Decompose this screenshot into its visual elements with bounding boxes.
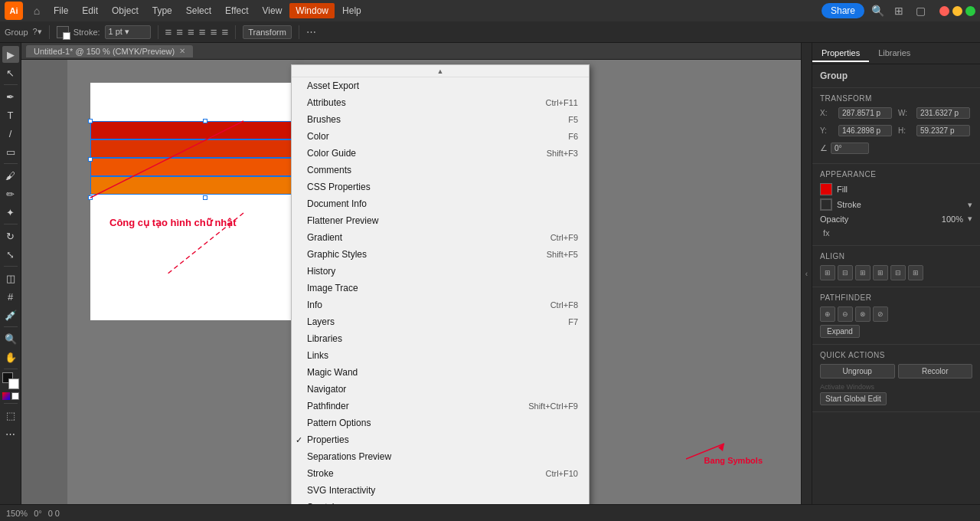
menu-image-trace[interactable]: Image Trace: [292, 280, 589, 297]
fill-stroke-swatches[interactable]: [2, 372, 19, 389]
menu-view[interactable]: View: [256, 3, 289, 18]
more-options-icon[interactable]: ⋯: [306, 26, 316, 38]
menu-links[interactable]: Links: [292, 347, 589, 364]
menu-css-properties[interactable]: CSS Properties: [292, 179, 589, 195]
menu-pattern-options[interactable]: Pattern Options: [292, 415, 589, 431]
menu-history[interactable]: History: [292, 263, 589, 280]
handle-tl[interactable]: [88, 119, 93, 123]
menu-help[interactable]: Help: [336, 3, 368, 18]
scale-tool[interactable]: ⤡: [2, 246, 19, 263]
align-bottom-edge[interactable]: ⊞: [908, 265, 923, 280]
align-center-icon[interactable]: ≡: [176, 25, 183, 38]
x-value[interactable]: 287.8571 p: [838, 107, 892, 119]
artboard-tool[interactable]: ⬚: [2, 407, 19, 424]
menu-attributes[interactable]: Attributes Ctrl+F11: [292, 94, 589, 111]
align-top-edge[interactable]: ⊞: [873, 265, 888, 280]
direct-select-tool[interactable]: ↖: [2, 64, 19, 81]
ungroup-button[interactable]: Ungroup: [820, 364, 895, 378]
align-vertical-center[interactable]: ⊟: [890, 265, 906, 280]
menu-layers[interactable]: Layers F7: [292, 313, 589, 330]
menu-stroke[interactable]: Stroke Ctrl+F10: [292, 465, 589, 482]
zoom-value[interactable]: 150%: [6, 509, 28, 518]
window-icon[interactable]: ▢: [912, 5, 929, 17]
shaper-tool[interactable]: ✦: [2, 204, 19, 221]
menu-flattener-preview[interactable]: Flattener Preview: [292, 212, 589, 229]
menu-effect[interactable]: Effect: [219, 3, 254, 18]
align-right-edge[interactable]: ⊞: [855, 265, 871, 280]
menu-graphic-styles[interactable]: Graphic Styles Shift+F5: [292, 246, 589, 263]
expand-button[interactable]: Expand: [820, 325, 860, 338]
menu-document-info[interactable]: Document Info: [292, 195, 589, 212]
exclude-icon[interactable]: ⊘: [873, 306, 888, 322]
rect-tool[interactable]: ▭: [2, 143, 19, 160]
recolor-button[interactable]: Recolor: [898, 364, 973, 378]
menu-window[interactable]: Window: [289, 3, 335, 18]
menu-type[interactable]: Type: [146, 3, 178, 18]
window-dropdown-menu[interactable]: ▲ Asset Export Attributes Ctrl+F11 Brush…: [291, 64, 590, 504]
align-right-icon[interactable]: ≡: [188, 25, 194, 38]
unite-icon[interactable]: ⊕: [820, 306, 835, 322]
fill-swatch[interactable]: [820, 183, 832, 195]
menu-navigator[interactable]: Navigator: [292, 381, 589, 398]
pen-tool[interactable]: ✒: [2, 88, 19, 105]
menu-info[interactable]: Info Ctrl+F8: [292, 297, 589, 313]
menu-edit[interactable]: Edit: [76, 3, 104, 18]
search-icon[interactable]: 🔍: [869, 5, 886, 17]
scroll-up-indicator[interactable]: ▲: [292, 65, 589, 77]
menu-file[interactable]: File: [47, 3, 74, 18]
align-horizontal-center[interactable]: ⊟: [838, 265, 853, 280]
type-tool[interactable]: T: [2, 106, 19, 123]
right-panel-collapse[interactable]: ‹: [801, 43, 812, 504]
handle-bc[interactable]: [203, 195, 207, 200]
stroke-swatch[interactable]: [820, 198, 832, 211]
menu-libraries[interactable]: Libraries: [292, 330, 589, 347]
tab-close-icon[interactable]: ✕: [179, 47, 185, 55]
window-minimize[interactable]: [952, 6, 962, 16]
menu-swatches[interactable]: Swatches: [292, 499, 589, 504]
align-left-edge[interactable]: ⊞: [820, 265, 835, 280]
opacity-value[interactable]: 100%: [942, 215, 963, 224]
zoom-tool[interactable]: 🔍: [2, 330, 19, 347]
menu-svg-interactivity[interactable]: SVG Interactivity: [292, 482, 589, 499]
menu-brushes[interactable]: Brushes F5: [292, 111, 589, 128]
menu-comments[interactable]: Comments: [292, 162, 589, 179]
stroke-value[interactable]: 1 pt ▾: [105, 25, 151, 39]
menu-asset-export[interactable]: Asset Export: [292, 77, 589, 94]
line-tool[interactable]: /: [2, 125, 19, 142]
hand-tool[interactable]: ✋: [2, 349, 19, 365]
group-question-icon[interactable]: ?▾: [33, 27, 42, 37]
window-close[interactable]: [939, 6, 949, 16]
y-value[interactable]: 146.2898 p: [838, 125, 892, 136]
stroke-chevron[interactable]: ▾: [968, 200, 972, 210]
menu-separations-preview[interactable]: Separations Preview: [292, 448, 589, 465]
share-button[interactable]: Share: [822, 3, 864, 18]
pencil-tool[interactable]: ✏: [2, 185, 19, 202]
window-maximize[interactable]: [965, 6, 975, 16]
rotate-tool[interactable]: ↻: [2, 228, 19, 244]
eyedropper-tool[interactable]: 💉: [2, 306, 19, 323]
tab-properties[interactable]: Properties: [812, 45, 869, 62]
menu-pathfinder[interactable]: Pathfinder Shift+Ctrl+F9: [292, 398, 589, 415]
handle-ml[interactable]: [88, 157, 93, 162]
rectangle-group[interactable]: [90, 121, 320, 198]
minus-front-icon[interactable]: ⊖: [838, 306, 853, 322]
angle-value[interactable]: 0°: [831, 143, 869, 154]
h-value[interactable]: 59.2327 p: [916, 125, 970, 136]
paintbrush-tool[interactable]: 🖌: [2, 167, 19, 184]
canvas-tab[interactable]: Untitled-1* @ 150 % (CMYK/Preview) ✕: [26, 45, 193, 57]
grid-icon[interactable]: ⊞: [890, 5, 907, 17]
fx-button[interactable]: fx: [820, 227, 833, 239]
menu-color[interactable]: Color F6: [292, 128, 589, 145]
align-top-icon[interactable]: ≡: [199, 25, 206, 38]
home-icon[interactable]: ⌂: [28, 2, 46, 20]
handle-tc[interactable]: [203, 119, 207, 123]
menu-magic-wand[interactable]: Magic Wand: [292, 364, 589, 381]
none-icon[interactable]: [11, 392, 19, 400]
menu-color-guide[interactable]: Color Guide Shift+F3: [292, 145, 589, 162]
align-left-icon[interactable]: ≡: [165, 25, 172, 38]
stroke-color-swatch[interactable]: [57, 26, 69, 38]
color-icon[interactable]: [2, 392, 10, 400]
start-global-edit-button[interactable]: Start Global Edit: [820, 392, 887, 405]
select-tool[interactable]: ▶: [2, 46, 19, 63]
opacity-chevron[interactable]: ▾: [968, 214, 972, 224]
